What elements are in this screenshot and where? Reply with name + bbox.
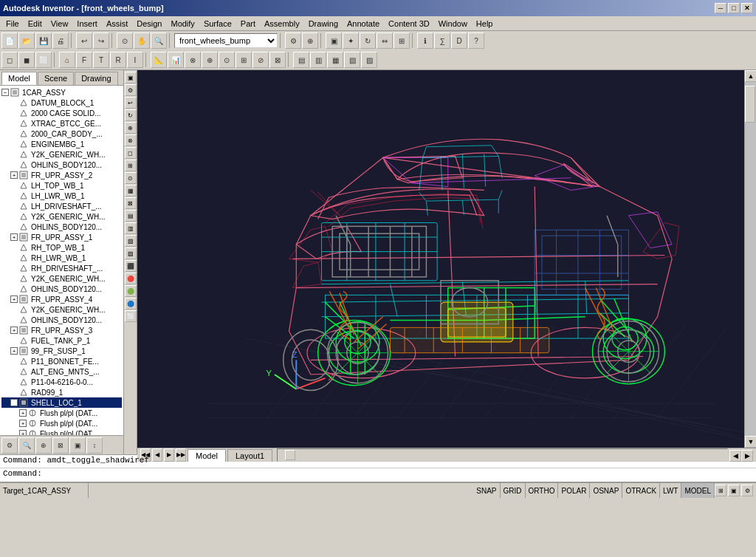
tb-home[interactable]: ⌂ <box>59 52 75 68</box>
tree-item-20[interactable]: +FR_UPR_ASSY_4 <box>1 294 122 304</box>
tree-item-3[interactable]: XTRAC_BTCC_GE... <box>1 118 122 129</box>
tree-item-7[interactable]: OHLINS_BODY120... <box>1 160 122 170</box>
tb-iso[interactable]: I <box>127 52 143 68</box>
lp-btn1[interactable]: ⚙ <box>1 437 18 454</box>
tb-param[interactable]: ∑ <box>434 33 450 49</box>
tree-item-6[interactable]: Y2K_GENERIC_WH... <box>1 149 122 160</box>
rt-btn4[interactable]: ↻ <box>125 109 137 121</box>
status-ortho[interactable]: ORTHO <box>526 483 559 498</box>
menu-window[interactable]: Window <box>434 18 472 30</box>
rt-btn20[interactable]: ⬜ <box>125 310 137 322</box>
tree-item-27[interactable]: ALT_ENG_MNTS_... <box>1 366 122 377</box>
menu-surface[interactable]: Surface <box>199 18 236 30</box>
menu-modify[interactable]: Modify <box>166 18 199 30</box>
tb-snap6[interactable]: ⊠ <box>269 52 286 68</box>
menu-annotate[interactable]: Annotate <box>343 18 384 30</box>
tree-item-24[interactable]: FUEL_TANK_P_1 <box>1 335 122 346</box>
scroll-up-button[interactable]: ▲ <box>745 70 756 82</box>
status-grid[interactable]: GRID <box>501 483 526 498</box>
menu-drawing[interactable]: Drawing <box>304 18 343 30</box>
tb-measure[interactable]: 📐 <box>151 52 167 68</box>
tb-snap1[interactable]: ⊗ <box>185 52 201 68</box>
tab-scene[interactable]: Scene <box>38 72 74 85</box>
tree-item-23[interactable]: +FR_UPR_ASSY_3 <box>1 325 122 335</box>
tb-front[interactable]: F <box>76 52 92 68</box>
tb-open[interactable]: 📂 <box>18 33 35 49</box>
rt-btn6[interactable]: ⊗ <box>125 134 137 146</box>
tb-layer2[interactable]: ▥ <box>310 52 326 68</box>
status-snap[interactable]: SNAP <box>473 483 500 498</box>
rt-btn5[interactable]: ⊕ <box>125 122 137 134</box>
tb-pan[interactable]: ✋ <box>134 33 150 49</box>
menu-assembly[interactable]: Assembly <box>260 18 304 30</box>
tree-item-21[interactable]: Y2K_GENERIC_WH... <box>1 304 122 315</box>
tree-item-8[interactable]: +FR_UPR_ASSY_2 <box>1 170 122 180</box>
rt-btn2[interactable]: ⚙ <box>125 84 137 96</box>
lp-btn2[interactable]: 🔍 <box>18 437 35 454</box>
tb-layer1[interactable]: ▤ <box>293 52 309 68</box>
menu-part[interactable]: Part <box>236 18 260 30</box>
nav-last-button[interactable]: ▶▶ <box>176 448 186 462</box>
tb-active-file-dropdown[interactable]: front_wheels_bump <box>174 33 278 48</box>
status-icon2[interactable]: ▣ <box>728 485 740 496</box>
rt-btn18[interactable]: 🟢 <box>125 285 137 297</box>
scroll-right-button[interactable]: ▶ <box>741 450 753 462</box>
tree-item-4[interactable]: 2000_CAR_BODY_... <box>1 129 122 139</box>
lp-btn3[interactable]: ⊕ <box>35 437 52 454</box>
tree-item-18[interactable]: Y2K_GENERIC_WH... <box>1 273 122 284</box>
menu-edit[interactable]: Edit <box>24 18 47 30</box>
tb-help2[interactable]: ? <box>468 33 484 49</box>
tb-snap4[interactable]: ⊞ <box>236 52 252 68</box>
status-otrack[interactable]: OTRACK <box>622 483 660 498</box>
tab-model[interactable]: Model <box>1 72 37 85</box>
command-line2[interactable]: Command: <box>0 468 756 482</box>
viewport-scrollbar-vertical[interactable]: ▲ ▼ <box>744 70 756 448</box>
close-button[interactable]: ✕ <box>741 3 753 13</box>
menu-design[interactable]: Design <box>132 18 166 30</box>
tb-rotate[interactable]: ↻ <box>360 33 376 49</box>
tree-item-22[interactable]: OHLINS_BODY120... <box>1 315 122 325</box>
scroll-down-button[interactable]: ▼ <box>745 436 756 448</box>
tree-item-9[interactable]: LH_TOP_WB_1 <box>1 180 122 191</box>
tb-layer3[interactable]: ▦ <box>327 52 343 68</box>
tb-snap3[interactable]: ⊙ <box>219 52 235 68</box>
tb-layer5[interactable]: ▨ <box>361 52 377 68</box>
tb-iproperties[interactable]: ℹ <box>417 33 433 49</box>
tb-zoom[interactable]: 🔍 <box>151 33 167 49</box>
tree-item-0[interactable]: −1CAR_ASSY <box>1 87 122 98</box>
viewport[interactable]: X Y Z <box>137 70 744 448</box>
tb-print[interactable]: 🖨 <box>52 33 69 49</box>
rt-btn15[interactable]: ▨ <box>125 247 137 259</box>
tb-snap2[interactable]: ⊕ <box>202 52 218 68</box>
maximize-button[interactable]: □ <box>728 3 740 13</box>
rt-btn17[interactable]: 🔴 <box>125 273 137 284</box>
rt-btn16[interactable]: ⬛ <box>125 260 137 272</box>
tb-new[interactable]: 📄 <box>1 33 18 49</box>
tree-item-17[interactable]: RH_DRIVESHAFT_... <box>1 263 122 273</box>
tree-item-19[interactable]: OHLINS_BODY120... <box>1 284 122 294</box>
tab-model-layout[interactable]: Model <box>188 449 226 462</box>
tb-constraints[interactable]: ⚙ <box>285 33 301 49</box>
tb-place[interactable]: ▣ <box>326 33 342 49</box>
lp-btn6[interactable]: ↕ <box>86 437 103 454</box>
menu-assist[interactable]: Assist <box>102 18 132 30</box>
menu-content3d[interactable]: Content 3D <box>384 18 434 30</box>
tb-top[interactable]: T <box>93 52 109 68</box>
status-icon1[interactable]: ⊞ <box>715 485 726 496</box>
menu-file[interactable]: File <box>1 18 24 30</box>
nav-prev-button[interactable]: ◀ <box>152 448 162 462</box>
tb-mates[interactable]: ⊕ <box>302 33 318 49</box>
tree-item-28[interactable]: P11-04-6216-0-0... <box>1 377 122 387</box>
tree-item-2[interactable]: 2000 CAGE SOLID... <box>1 108 122 118</box>
tb-mirror[interactable]: ⇔ <box>377 33 393 49</box>
tree-item-32[interactable]: +Flush pl/pl (DAT... <box>1 418 122 428</box>
minimize-button[interactable]: ─ <box>715 3 726 13</box>
tree-item-25[interactable]: +99_FR_SUSP_1 <box>1 346 122 356</box>
lp-btn5[interactable]: ▣ <box>69 437 86 454</box>
menu-insert[interactable]: Insert <box>72 18 102 30</box>
tree-item-1[interactable]: DATUM_BLOCK_1 <box>1 98 122 108</box>
tb-shaded[interactable]: ◼ <box>18 52 35 68</box>
menu-help[interactable]: Help <box>472 18 498 30</box>
scroll-left-button[interactable]: ◀ <box>729 450 741 462</box>
status-lwt[interactable]: LWT <box>660 483 681 498</box>
